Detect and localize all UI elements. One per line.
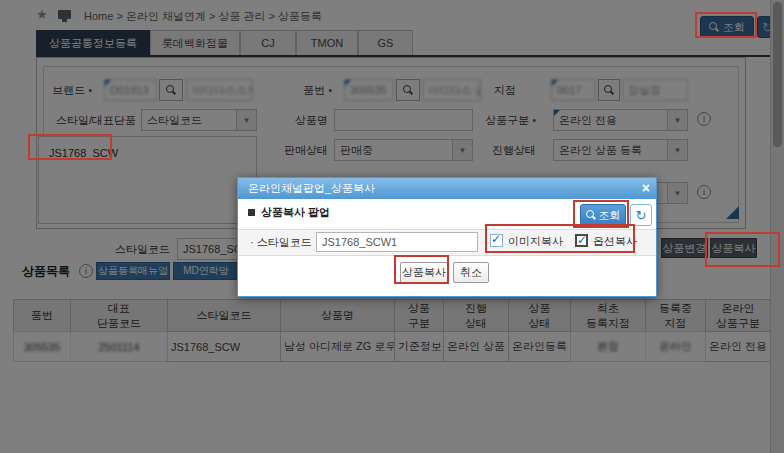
refresh-icon: ↻ [636, 208, 647, 223]
modal-product-copy-button[interactable]: 상품복사 [400, 262, 448, 283]
option-copy-label: 옵션복사 [593, 234, 637, 249]
modal-cancel-button[interactable]: 취소 [453, 262, 489, 283]
check-icon: ✓ [577, 233, 587, 247]
modal-refresh-button[interactable]: ↻ [630, 204, 652, 226]
product-copy-modal: 온라인채널팝업_상품복사 × 상품복사 팝업 조회 ↻ · 스타일코드 JS17… [237, 177, 657, 297]
check-icon: ✓ [491, 232, 501, 246]
image-copy-checkbox[interactable]: ✓ [490, 234, 503, 247]
close-icon[interactable]: × [642, 179, 650, 198]
image-copy-label: 이미지복사 [508, 234, 563, 249]
modal-search-button[interactable]: 조회 [580, 204, 626, 226]
magnifier-icon [586, 210, 596, 220]
modal-search-label: 조회 [599, 208, 621, 223]
modal-style-code-input[interactable]: JS1768_SCW1 [316, 232, 478, 252]
section-bullet-icon [248, 209, 255, 216]
modal-title: 온라인채널팝업_상품복사 [238, 178, 656, 199]
modal-section-title: 상품복사 팝업 [261, 205, 330, 220]
modal-style-code-label: · 스타일코드 [250, 235, 312, 250]
option-copy-checkbox[interactable]: ✓ [575, 234, 588, 247]
product-registration-screen: ★ Home > 온라인 채널연계 > 상품 관리 > 상품등록 조회 ↻ 상품… [0, 0, 784, 453]
